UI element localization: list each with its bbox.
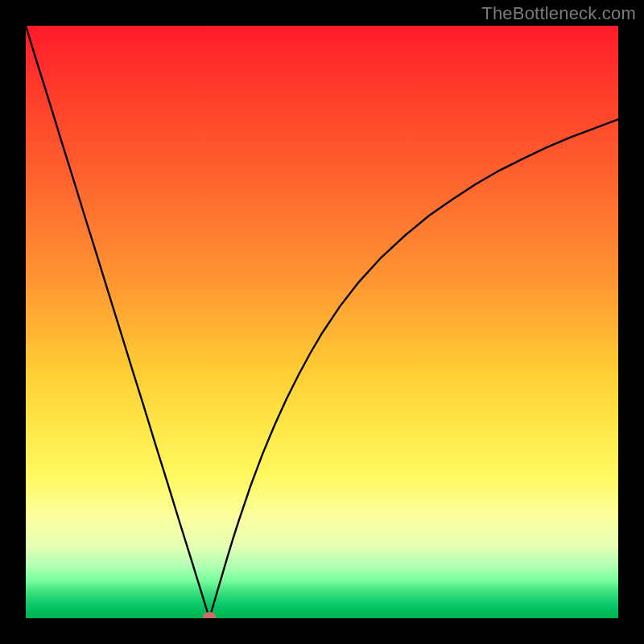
plot-area bbox=[26, 26, 618, 618]
bottleneck-curve bbox=[26, 26, 618, 618]
optimum-marker bbox=[203, 612, 216, 618]
watermark-text: TheBottleneck.com bbox=[481, 3, 636, 24]
curve-svg bbox=[26, 26, 618, 618]
chart-frame: TheBottleneck.com bbox=[0, 0, 644, 644]
